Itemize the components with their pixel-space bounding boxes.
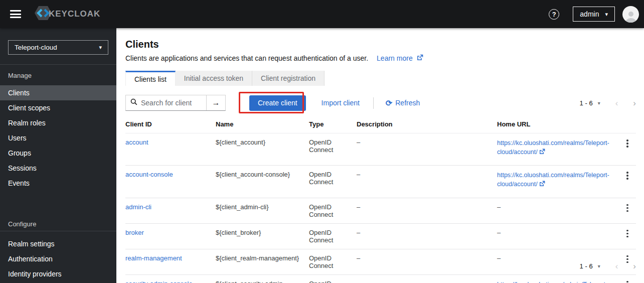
external-link-icon [539, 148, 545, 157]
sidebar: Teleport-cloud ▾ Manage Clients Client s… [0, 28, 116, 283]
home-url-link[interactable]: https://kc.oluoshati.com/realms/Teleport… [497, 139, 609, 156]
client-type: OpenID Connect [309, 166, 357, 198]
kebab-menu-button[interactable] [623, 203, 632, 212]
kebab-menu-button[interactable] [623, 138, 632, 148]
pagination-range-dropdown[interactable]: 1 - 6 ▾ [580, 99, 600, 107]
sidebar-item-realm-roles[interactable]: Realm roles [0, 115, 116, 130]
pagination-range-dropdown[interactable]: 1 - 6 ▾ [580, 262, 600, 270]
client-name: ${client_admin-cli} [216, 198, 309, 223]
sidebar-item-identity-providers[interactable]: Identity providers [0, 266, 116, 281]
col-header-name: Name [216, 116, 309, 133]
manage-nav: Clients Client scopes Realm roles Users … [0, 85, 116, 191]
search-group: → [125, 95, 226, 111]
sidebar-item-groups[interactable]: Groups [0, 146, 116, 161]
tab-client-registration[interactable]: Client registration [252, 71, 325, 86]
kebab-menu-button[interactable] [623, 229, 632, 238]
client-name: ${client_realm-management} [216, 249, 309, 274]
table-row: broker ${client_broker} OpenID Connect –… [125, 223, 636, 249]
client-type: OpenID Connect [309, 133, 357, 166]
pagination-range: 1 - 6 [580, 262, 593, 270]
page-title: Clients [125, 39, 159, 50]
chevron-down-icon: ▾ [598, 263, 600, 269]
search-input[interactable] [141, 99, 201, 107]
sidebar-item-sessions[interactable]: Sessions [0, 161, 116, 176]
refresh-button[interactable]: ⟳ Refresh [386, 98, 420, 108]
keycloak-logo[interactable]: KEYCLOAK [34, 5, 100, 23]
main-content: Clients Clients are applications and ser… [116, 28, 644, 283]
kebab-menu-button[interactable] [623, 280, 632, 283]
client-name: ${client_account} [216, 133, 309, 166]
realm-selector[interactable]: Teleport-cloud ▾ [8, 40, 108, 55]
sidebar-item-client-scopes[interactable]: Client scopes [0, 100, 116, 115]
client-id-link[interactable]: admin-cli [125, 203, 151, 211]
client-description: – [357, 249, 497, 274]
external-link-icon [539, 180, 545, 189]
sidebar-group-configure: Configure [8, 220, 36, 228]
client-description: – [357, 198, 497, 223]
sidebar-divider [0, 231, 116, 231]
table-row: admin-cli ${client_admin-cli} OpenID Con… [125, 198, 636, 223]
sidebar-group-manage: Manage [8, 72, 32, 79]
client-name: ${client_security-admin-console} [216, 274, 309, 283]
pagination-top: 1 - 6 ▾ ‹ › [580, 99, 636, 107]
col-header-type: Type [309, 116, 357, 133]
avatar[interactable] [622, 6, 639, 23]
col-header-description: Description [357, 116, 497, 133]
table-row: security-admin-console ${client_security… [125, 274, 636, 283]
pagination-range: 1 - 6 [580, 99, 593, 107]
client-description: – [357, 166, 497, 198]
table-row: account-console ${client_account-console… [125, 166, 636, 198]
learn-more-link[interactable]: Learn more [377, 54, 423, 62]
sidebar-item-events[interactable]: Events [0, 176, 116, 191]
create-client-button[interactable]: Create client [249, 95, 306, 111]
client-id-link[interactable]: broker [125, 229, 144, 236]
client-id-link[interactable]: account [125, 138, 148, 146]
username: admin [580, 10, 599, 18]
kebab-menu-button[interactable] [623, 171, 632, 180]
search-submit-button[interactable]: → [206, 95, 225, 110]
toolbar: → Create client Import client ⟳ Refresh … [125, 92, 636, 114]
pagination-next-button[interactable]: › [633, 99, 636, 107]
chevron-down-icon: ▾ [99, 44, 102, 51]
client-id-link[interactable]: security-admin-console [125, 280, 193, 283]
import-client-link[interactable]: Import client [321, 99, 360, 107]
client-id-link[interactable]: realm-management [125, 254, 182, 262]
pagination-prev-button[interactable]: ‹ [615, 99, 618, 107]
client-type: OpenID Connect [309, 198, 357, 223]
toolbar-divider [373, 97, 374, 109]
client-home-url-empty: – [497, 223, 620, 249]
realm-selector-value: Teleport-cloud [15, 44, 57, 51]
pagination-bottom: 1 - 6 ▾ ‹ › [580, 262, 636, 270]
tab-clients-list[interactable]: Clients list [125, 71, 176, 86]
table-row: account ${client_account} OpenID Connect… [125, 133, 636, 166]
sidebar-item-clients[interactable]: Clients [0, 85, 116, 100]
tab-initial-access-token[interactable]: Initial access token [176, 71, 252, 86]
client-type: OpenID Connect [309, 223, 357, 249]
brand-text: KEYCLOAK [49, 9, 100, 19]
home-url-link[interactable]: https://kc.oluoshati.com/admin/Teleport-… [497, 281, 607, 283]
external-link-icon [417, 54, 423, 62]
masthead: KEYCLOAK ? admin ▾ [0, 0, 644, 28]
refresh-icon: ⟳ [386, 98, 392, 108]
client-description: – [357, 223, 497, 249]
client-description: – [357, 133, 497, 166]
sidebar-item-realm-settings[interactable]: Realm settings [0, 236, 116, 251]
user-menu-dropdown[interactable]: admin ▾ [573, 7, 615, 22]
home-url-link[interactable]: https://kc.oluoshati.com/realms/Teleport… [497, 172, 609, 188]
col-header-home-url: Home URL [497, 116, 620, 133]
clients-table: Client ID Name Type Description Home URL… [125, 116, 636, 283]
pagination-prev-button[interactable]: ‹ [615, 262, 618, 270]
help-icon[interactable]: ? [549, 9, 559, 20]
tab-bar: Clients list Initial access token Client… [125, 71, 325, 86]
page-subtitle: Clients are applications and services th… [125, 54, 368, 62]
client-id-link[interactable]: account-console [125, 171, 173, 178]
pagination-next-button[interactable]: › [633, 262, 636, 270]
hamburger-menu-icon[interactable] [10, 10, 21, 18]
sidebar-item-authentication[interactable]: Authentication [0, 251, 116, 266]
table-row: realm-management ${client_realm-manageme… [125, 249, 636, 274]
client-name: ${client_account-console} [216, 166, 309, 198]
sidebar-item-users[interactable]: Users [0, 130, 116, 146]
configure-nav: Realm settings Authentication Identity p… [0, 236, 116, 281]
sidebar-divider [0, 64, 116, 65]
client-type: OpenID Connect [309, 249, 357, 274]
